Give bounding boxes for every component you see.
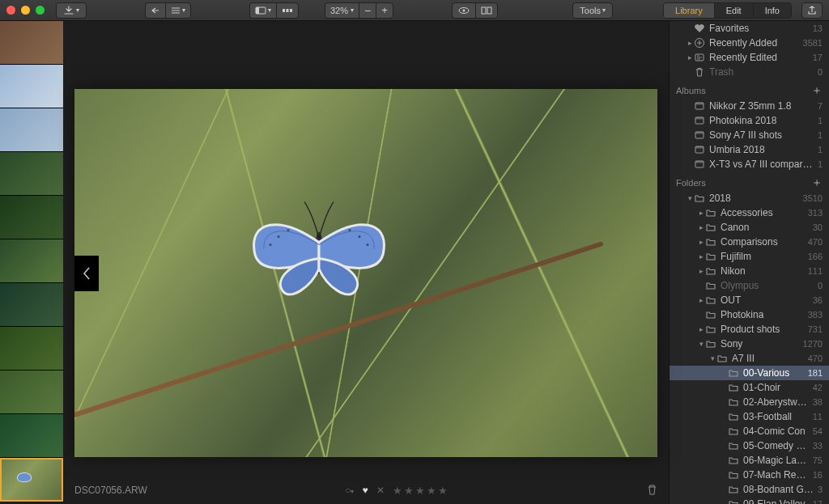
sidebar-item[interactable]: ▸Canon30	[670, 220, 829, 235]
sidebar-item[interactable]: ▸Comparisons470	[670, 235, 829, 249]
folder-icon	[728, 411, 739, 422]
sidebar-item-label: Olympus	[721, 280, 814, 291]
thumbnail[interactable]	[0, 371, 63, 414]
sidebar-item[interactable]: Trash0	[670, 65, 829, 79]
tab-edit[interactable]: Edit	[715, 3, 754, 18]
preview-toggle-button[interactable]	[452, 2, 475, 19]
sidebar-item-label: 03-Football	[743, 411, 810, 422]
disclosure-chevron-icon[interactable]: ▸	[686, 39, 694, 47]
sidebar-item-count: 30	[810, 222, 823, 232]
sidebar-item[interactable]: 03-Football11	[670, 409, 829, 424]
sidebar-item[interactable]: 04-Comic Con54	[670, 424, 829, 438]
favorite-heart-icon[interactable]: ♥	[362, 485, 368, 496]
compare-toggle-button[interactable]	[475, 2, 498, 19]
thumbnail[interactable]	[0, 196, 63, 239]
sidebar-item-label: Photokina	[721, 309, 805, 320]
tag-indicator-icon[interactable]: ○▾	[345, 485, 354, 496]
tab-library[interactable]: Library	[664, 3, 715, 18]
sidebar-item[interactable]: Sony A7 III shots1	[670, 128, 829, 142]
sidebar-item[interactable]: Umbria 20181	[670, 142, 829, 157]
thumbnail[interactable]	[0, 152, 63, 196]
sidebar-item[interactable]: 06-Magic Lantern75	[670, 453, 829, 468]
thumbnail[interactable]	[0, 283, 63, 327]
rating-stars[interactable]: ★★★★★	[393, 485, 449, 497]
grid-size-button[interactable]	[276, 2, 299, 19]
sidebar-item[interactable]: ▸Product shots731	[670, 322, 829, 337]
add-icon[interactable]: ＋	[811, 176, 823, 190]
sidebar-item[interactable]: ▾Sony1270	[670, 337, 829, 351]
thumbnail[interactable]	[0, 21, 63, 65]
sidebar-item[interactable]: 00-Various181	[670, 366, 829, 380]
disclosure-chevron-icon[interactable]: ▸	[697, 209, 705, 217]
minimize-window-button[interactable]	[21, 6, 30, 15]
fullscreen-window-button[interactable]	[36, 6, 45, 15]
list-menu-button[interactable]: ▾	[165, 2, 191, 19]
disclosure-chevron-icon[interactable]: ▸	[697, 296, 705, 304]
delete-icon[interactable]	[647, 484, 657, 498]
disclosure-chevron-icon[interactable]: ▾	[708, 354, 716, 362]
zoom-level-dropdown[interactable]: 32% ▾	[325, 2, 359, 19]
sidebar-item[interactable]: 05-Comedy Fest33	[670, 438, 829, 453]
tools-dropdown[interactable]: Tools ▾	[572, 2, 613, 19]
svg-rect-1	[256, 7, 259, 14]
sidebar-item-count: 166	[805, 252, 823, 261]
preview-image-area[interactable]	[74, 70, 657, 476]
sidebar-item[interactable]: ▸OUT36	[670, 293, 829, 307]
sidebar-item[interactable]: 08-Bodnant Garden3	[670, 482, 829, 497]
sidebar-item[interactable]: ▾20183510	[670, 191, 829, 205]
sidebar-item[interactable]: ▸Recently Edited17	[670, 50, 829, 65]
thumbnail[interactable]	[0, 327, 63, 371]
sidebar-item[interactable]: 02-Aberystwyth38	[670, 395, 829, 409]
svg-rect-8	[487, 7, 491, 14]
disclosure-chevron-icon[interactable]: ▾	[697, 340, 705, 348]
sidebar-item-count: 0	[814, 281, 823, 290]
sidebar-item[interactable]: ▸Nikon111	[670, 264, 829, 278]
sidebar-item[interactable]: X-T3 vs A7 III comparison1	[670, 157, 829, 172]
svg-rect-26	[695, 146, 704, 149]
disclosure-chevron-icon[interactable]: ▸	[686, 53, 694, 61]
sidebar-item[interactable]: Nikkor Z 35mm 1.87	[670, 99, 829, 113]
zoom-out-button[interactable]: −	[359, 2, 376, 19]
sidebar-item-label: 08-Bodnant Garden	[743, 484, 814, 495]
sidebar-item[interactable]: ▸Accessories313	[670, 205, 829, 220]
back-button[interactable]	[145, 2, 165, 19]
disclosure-chevron-icon[interactable]: ▸	[697, 223, 705, 231]
zoom-in-button[interactable]: +	[376, 2, 393, 19]
sidebar-item[interactable]: ▸Fujifilm166	[670, 249, 829, 264]
thumbnail[interactable]	[0, 414, 63, 458]
thumbnail[interactable]	[0, 239, 63, 283]
disclosure-chevron-icon[interactable]: ▸	[697, 252, 705, 260]
sidebar-item[interactable]: Photokina 20181	[670, 113, 829, 128]
share-button[interactable]	[801, 2, 823, 19]
sidebar-item[interactable]: ▸Recently Added3581	[670, 36, 829, 50]
thumbnail-strip[interactable]	[0, 21, 63, 504]
sidebar-item[interactable]: Olympus0	[670, 278, 829, 293]
close-window-button[interactable]	[6, 6, 15, 15]
thumbnail[interactable]	[0, 108, 63, 152]
disclosure-chevron-icon[interactable]: ▸	[697, 325, 705, 333]
sidebar-item-label: A7 III	[732, 353, 805, 364]
album-icon	[694, 159, 705, 170]
panel-toggle-button[interactable]: ▾	[249, 2, 276, 19]
thumbnail[interactable]	[0, 458, 63, 502]
folder-icon	[705, 280, 716, 291]
sidebar-item[interactable]: 09-Elan Valley17	[670, 497, 829, 504]
import-button[interactable]: ▾	[56, 2, 87, 19]
prev-image-button[interactable]	[74, 256, 99, 291]
sidebar-item-count: 470	[805, 237, 823, 247]
sidebar-item[interactable]: Favorites13	[670, 21, 829, 36]
tab-info[interactable]: Info	[754, 3, 791, 18]
disclosure-chevron-icon[interactable]: ▸	[697, 238, 705, 246]
sidebar-item[interactable]: 01-Choir42	[670, 380, 829, 395]
disclosure-chevron-icon[interactable]: ▸	[697, 267, 705, 275]
add-icon[interactable]: ＋	[811, 83, 823, 98]
preview-pane: DSC07056.ARW ○▾ ♥ ✕ ★★★★★	[63, 21, 669, 504]
sidebar-item[interactable]: ▾A7 III470	[670, 351, 829, 366]
sidebar-item[interactable]: 07-Mach Repair Festi...16	[670, 468, 829, 482]
disclosure-chevron-icon[interactable]: ▾	[686, 194, 694, 202]
sidebar-item-count: 75	[810, 455, 823, 465]
reject-icon[interactable]: ✕	[376, 485, 385, 496]
sidebar-item[interactable]: Photokina383	[670, 307, 829, 322]
thumbnail[interactable]	[0, 65, 63, 108]
folder-icon	[705, 222, 716, 233]
